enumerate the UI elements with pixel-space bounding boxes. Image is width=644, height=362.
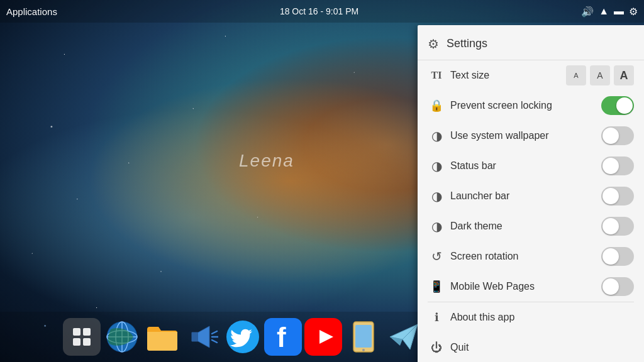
menu-item-launcher-bar[interactable]: ◑ Launcher bar	[418, 181, 644, 211]
use-system-wallpaper-toggle[interactable]	[601, 126, 634, 145]
dock-icon-paper-plane[interactable]	[385, 318, 423, 356]
lock-icon: 🔒	[428, 99, 445, 112]
status-bar-label: Status bar	[450, 160, 601, 172]
settings-header-label: Settings	[447, 37, 487, 50]
svg-rect-1	[83, 328, 91, 336]
use-system-wallpaper-label: Use system wallpaper	[450, 130, 601, 141]
prevent-screen-locking-toggle-container[interactable]	[601, 96, 634, 115]
dock-icon-folder[interactable]	[143, 318, 181, 356]
svg-text:f: f	[277, 322, 286, 353]
about-label: About this app	[450, 312, 634, 323]
quit-icon: ⏻	[428, 341, 445, 354]
svg-line-13	[212, 340, 217, 343]
prevent-screen-locking-knob	[616, 97, 633, 114]
quit-label: Quit	[450, 342, 634, 353]
phone-icon	[351, 321, 376, 353]
svg-rect-2	[73, 338, 80, 346]
menu-item-text-size[interactable]: TI Text size A A A	[418, 60, 644, 90]
text-size-medium-button[interactable]: A	[590, 65, 610, 85]
launcher-bar-icon: ◑	[428, 189, 445, 204]
mobile-web-icon: 📱	[428, 280, 445, 293]
svg-rect-0	[73, 328, 80, 336]
menu-item-about[interactable]: ℹ About this app	[418, 302, 644, 332]
settings-sliders-icon: ⚙	[629, 6, 638, 18]
wifi-icon: ▲	[599, 6, 609, 17]
dock-icon-twitter[interactable]	[224, 318, 262, 356]
status-icons: 🔊 ▲ ▬ ⚙	[581, 6, 638, 18]
settings-dropdown: ⚙ Settings TI Text size A A A 🔒 Prevent …	[418, 25, 644, 362]
grid-icon	[72, 327, 92, 347]
svg-rect-3	[83, 338, 91, 346]
menu-item-screen-rotation[interactable]: ↺ Screen rotation	[418, 241, 644, 272]
menu-item-use-system-wallpaper[interactable]: ◑ Use system wallpaper	[418, 121, 644, 151]
menu-item-status-bar[interactable]: ◑ Status bar	[418, 151, 644, 181]
status-bar-knob	[602, 158, 619, 174]
svg-point-19	[362, 349, 365, 351]
screen-rotation-knob	[602, 248, 619, 265]
launcher-bar-label: Launcher bar	[450, 190, 601, 202]
screen-rotation-label: Screen rotation	[450, 251, 601, 262]
text-size-small-button[interactable]: A	[566, 65, 586, 85]
menu-header: ⚙ Settings	[418, 28, 644, 60]
text-size-icon: TI	[428, 70, 445, 81]
wallpaper-icon: ◑	[428, 128, 445, 143]
menu-item-dark-theme[interactable]: ◑ Dark theme	[418, 211, 644, 241]
dock-icon-grid[interactable]	[63, 318, 101, 356]
dock-icon-globe[interactable]	[103, 318, 141, 356]
svg-marker-16	[319, 330, 333, 344]
topbar: Applications 18 Oct 16 - 9:01 PM 🔊 ▲ ▬ ⚙	[0, 0, 644, 23]
status-bar-toggle[interactable]	[601, 156, 634, 175]
text-size-large-button[interactable]: A	[614, 65, 634, 85]
settings-header-icon: ⚙	[428, 36, 439, 52]
dock-icon-facebook[interactable]: f	[264, 318, 302, 356]
battery-icon: ▬	[614, 6, 624, 17]
mobile-web-pages-label: Mobile Web Pages	[450, 281, 601, 292]
use-system-wallpaper-knob	[602, 128, 619, 144]
svg-line-11	[212, 331, 217, 334]
mobile-web-pages-toggle[interactable]	[601, 277, 634, 296]
mobile-web-pages-knob	[602, 278, 619, 295]
twitter-icon	[226, 321, 259, 353]
prevent-screen-locking-label: Prevent screen locking	[450, 100, 601, 111]
screen-rotation-toggle[interactable]	[601, 247, 634, 266]
megaphone-icon	[187, 321, 218, 353]
launcher-bar-toggle[interactable]	[601, 187, 634, 206]
leena-watermark: Leena	[239, 151, 294, 171]
prevent-screen-locking-toggle[interactable]	[601, 96, 634, 115]
facebook-icon: f	[273, 321, 293, 353]
menu-item-mobile-web-pages[interactable]: 📱 Mobile Web Pages	[418, 272, 644, 302]
dark-theme-label: Dark theme	[450, 221, 601, 232]
screen-rotation-icon: ↺	[428, 249, 445, 264]
volume-icon: 🔊	[581, 6, 594, 18]
text-size-controls: A A A	[566, 65, 634, 85]
folder-icon	[146, 323, 179, 351]
dock-icon-megaphone[interactable]	[184, 318, 221, 356]
globe-icon	[106, 321, 138, 353]
datetime-label: 18 Oct 16 - 9:01 PM	[280, 6, 358, 16]
svg-rect-10	[192, 332, 198, 341]
svg-rect-18	[355, 325, 372, 348]
launcher-bar-knob	[602, 188, 619, 204]
applications-label: Applications	[6, 6, 57, 17]
text-size-label: Text size	[450, 70, 566, 81]
about-icon: ℹ	[428, 310, 445, 324]
dock-icon-phone[interactable]	[345, 318, 382, 356]
status-bar-icon: ◑	[428, 158, 445, 173]
dark-theme-knob	[602, 218, 619, 234]
dock-icon-youtube[interactable]	[304, 318, 342, 356]
dark-theme-toggle[interactable]	[601, 217, 634, 236]
menu-item-quit[interactable]: ⏻ Quit	[418, 332, 644, 362]
youtube-icon	[311, 327, 336, 346]
menu-item-prevent-screen-locking[interactable]: 🔒 Prevent screen locking	[418, 90, 644, 121]
paper-plane-icon	[387, 321, 420, 353]
dark-theme-icon: ◑	[428, 219, 445, 234]
